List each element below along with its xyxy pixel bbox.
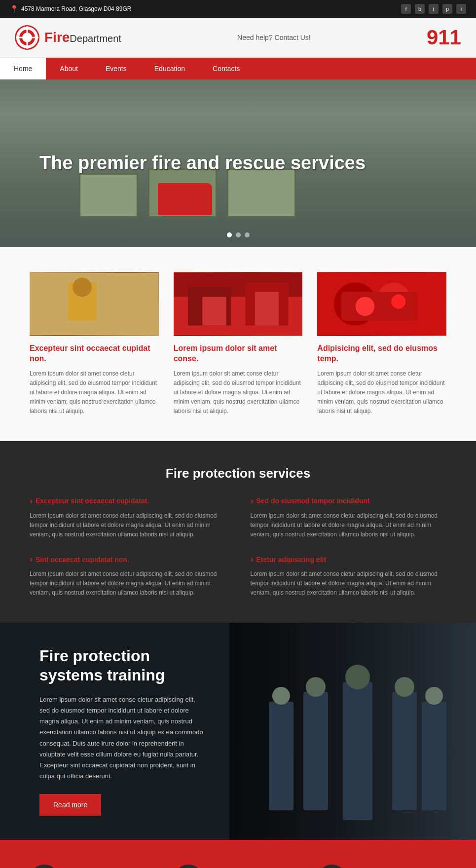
card-2: Lorem ipsum dolor sit amet conse. Lorem …: [174, 272, 303, 416]
number-circle-2: 02: [174, 865, 203, 868]
svg-rect-21: [343, 682, 372, 820]
numbers-grid: 01 Excepteur sint occaecat cupidat non. …: [30, 865, 446, 868]
svg-point-2: [23, 34, 31, 41]
location-icon: 📍: [10, 5, 18, 13]
nav-home[interactable]: Home: [0, 58, 46, 79]
svg-rect-25: [392, 692, 417, 810]
card-text-3: Lorem ipsum dolor sit amet conse cletur …: [317, 369, 446, 416]
pinterest-icon[interactable]: p: [442, 4, 452, 14]
training-text: Lorem ipsum dolor sit amet conse cletur …: [39, 694, 207, 782]
address-bar: 📍 4578 Marmora Road, Glasgow D04 89GR: [10, 5, 131, 13]
card-img-svg-2: [174, 272, 303, 336]
nav-education[interactable]: Education: [141, 58, 199, 79]
cards-section: Excepteur sint occaecat cupidat non. Lor…: [0, 247, 476, 441]
card-image-1: [30, 272, 159, 336]
card-title-3: Adipisicing elit, sed do eiusmos temp.: [317, 343, 446, 364]
number-circle-3: 03: [317, 865, 347, 868]
service-title-3: Sint occaecat cupidatat non.: [30, 554, 226, 565]
number-item-3: 03 Lorem ipsum dolor sit amet conse. Lor…: [317, 865, 446, 868]
svg-point-20: [392, 295, 406, 309]
training-title: Fire protection systems training: [39, 646, 207, 684]
svg-rect-18: [341, 292, 418, 321]
fire-truck-sim: [158, 183, 212, 215]
svg-rect-29: [422, 702, 446, 810]
card-text-1: Lorem ipsum dolor sit amet conse cletur …: [30, 369, 159, 416]
card-text-2: Lorem ipsum dolor sit amet conse cletur …: [174, 369, 303, 416]
numbers-section: 01 Excepteur sint occaecat cupidat non. …: [0, 840, 476, 868]
logo-fire: Fire: [44, 30, 70, 45]
services-grid: Excepteur sint occaecat cupidatat. Lorem…: [30, 496, 446, 598]
number-item-2: 02 Sed do eiusmod tempor incididunt ut. …: [174, 865, 303, 868]
svg-point-28: [272, 687, 290, 705]
svg-rect-13: [202, 297, 226, 325]
hero-section: The premier fire and rescue services: [0, 79, 476, 247]
hero-dot-3[interactable]: [245, 232, 250, 237]
hero-dots: [227, 232, 250, 237]
training-people-svg: [264, 662, 451, 830]
fire-emblem-svg: [15, 25, 39, 50]
card-title-2: Lorem ipsum dolor sit amet conse.: [174, 343, 303, 364]
facebook-icon[interactable]: f: [401, 4, 411, 14]
card-1: Excepteur sint occaecat cupidat non. Lor…: [30, 272, 159, 416]
service-text-2: Lorem ipsum dolor sit amet conse cletur …: [251, 511, 447, 540]
card-img-svg-3: [317, 272, 446, 336]
services-section: Fire protection services Excepteur sint …: [0, 441, 476, 623]
training-content: Fire protection systems training Lorem i…: [0, 646, 247, 816]
svg-point-22: [345, 665, 370, 689]
svg-point-26: [395, 677, 414, 697]
number-circle-1: 01: [30, 865, 59, 868]
card-title-1: Excepteur sint occaecat cupidat non.: [30, 343, 159, 364]
svg-rect-23: [303, 692, 328, 810]
logo[interactable]: FireDepartment: [15, 25, 121, 50]
hero-dot-1[interactable]: [227, 232, 232, 237]
card-image-3: [317, 272, 446, 336]
svg-point-7: [73, 278, 92, 297]
svg-point-0: [16, 26, 38, 49]
logo-dept: Department: [70, 33, 121, 44]
svg-rect-27: [269, 702, 293, 810]
service-item-1: Excepteur sint occaecat cupidatat. Lorem…: [30, 496, 226, 540]
svg-point-1: [18, 29, 36, 46]
instagram-icon[interactable]: i: [456, 4, 466, 14]
address-text: 4578 Marmora Road, Glasgow D04 89GR: [21, 5, 131, 12]
card-img-svg-1: [30, 272, 159, 336]
training-section: Fire protection systems training Lorem i…: [0, 623, 476, 840]
nav-events[interactable]: Events: [92, 58, 141, 79]
read-more-button[interactable]: Read more: [39, 794, 101, 816]
twitter-icon[interactable]: b: [415, 4, 425, 14]
svg-point-24: [306, 677, 326, 697]
emergency-number: 911: [427, 26, 461, 49]
nav-about[interactable]: About: [46, 58, 92, 79]
svg-point-30: [425, 687, 443, 705]
tumblr-icon[interactable]: t: [429, 4, 439, 14]
svg-point-19: [356, 297, 375, 316]
service-title-1: Excepteur sint occaecat cupidatat.: [30, 496, 226, 506]
service-item-2: Sed do eiusmod tempor incididunt Lorem i…: [251, 496, 447, 540]
cards-grid: Excepteur sint occaecat cupidat non. Lor…: [30, 272, 446, 416]
number-item-1: 01 Excepteur sint occaecat cupidat non. …: [30, 865, 159, 868]
garage-door-3: [227, 168, 296, 218]
hero-dot-2[interactable]: [236, 232, 241, 237]
nav-contacts[interactable]: Contacts: [199, 58, 254, 79]
card-3: Adipisicing elit, sed do eiusmos temp. L…: [317, 272, 446, 416]
service-item-4: Etetur adipisicing elit Lorem ipsum dolo…: [251, 554, 447, 598]
logo-icon: [15, 25, 39, 50]
garage-door-1: [79, 173, 138, 218]
card-image-2: [174, 272, 303, 336]
services-title: Fire protection services: [30, 466, 446, 481]
svg-rect-14: [255, 292, 278, 326]
social-icons-bar: f b t p i: [401, 4, 466, 14]
site-header: FireDepartment Need help? Contact Us! 91…: [0, 18, 476, 58]
service-text-4: Lorem ipsum dolor sit amet conse cletur …: [251, 569, 447, 598]
service-text-3: Lorem ipsum dolor sit amet conse cletur …: [30, 569, 226, 598]
hero-title: The premier fire and rescue services: [39, 152, 366, 175]
service-title-2: Sed do eiusmod tempor incididunt: [251, 496, 447, 506]
logo-text: FireDepartment: [44, 30, 121, 45]
contact-text: Need help? Contact Us!: [237, 34, 311, 41]
top-bar: 📍 4578 Marmora Road, Glasgow D04 89GR f …: [0, 0, 476, 18]
service-item-3: Sint occaecat cupidatat non. Lorem ipsum…: [30, 554, 226, 598]
svg-rect-8: [73, 297, 92, 320]
service-text-1: Lorem ipsum dolor sit amet conse cletur …: [30, 511, 226, 540]
hero-content: The premier fire and rescue services: [0, 152, 405, 175]
service-title-4: Etetur adipisicing elit: [251, 554, 447, 565]
